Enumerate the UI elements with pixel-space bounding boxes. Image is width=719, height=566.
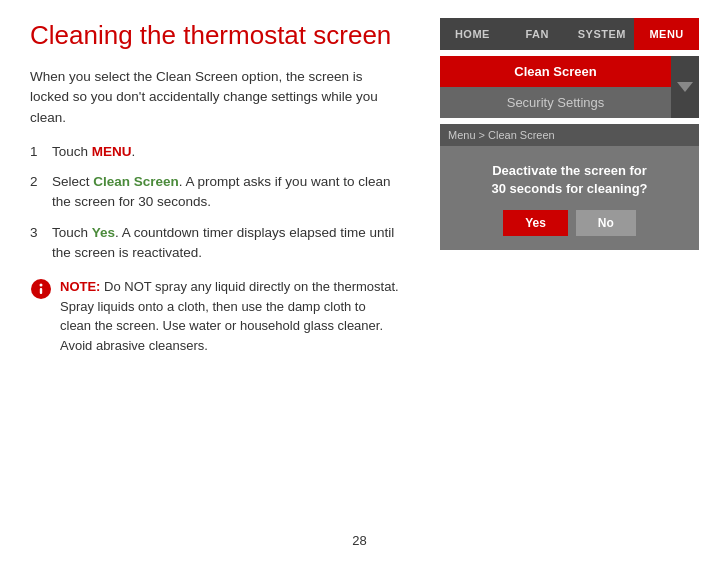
dialog-breadcrumb: Menu > Clean Screen: [440, 124, 699, 146]
nav-fan[interactable]: FAN: [505, 18, 570, 50]
dialog-message: Deactivate the screen for 30 seconds for…: [452, 162, 687, 198]
intro-paragraph: When you select the Clean Screen option,…: [30, 67, 400, 128]
step-number-3: 3: [30, 223, 52, 264]
step-body-1: Touch MENU.: [52, 142, 400, 162]
step-3: 3 Touch Yes. A countdown timer displays …: [30, 223, 400, 264]
nav-home[interactable]: HOME: [440, 18, 505, 50]
step-body-2: Select Clean Screen. A prompt asks if yo…: [52, 172, 400, 213]
menu-item-security-settings[interactable]: Security Settings: [440, 87, 671, 118]
note-label: NOTE:: [60, 279, 100, 294]
steps-list: 1 Touch MENU. 2 Select Clean Screen. A p…: [30, 142, 400, 263]
page-number: 28: [0, 533, 719, 548]
thermostat-ui: HOME FAN SYSTEM MENU Clean Screen Securi…: [430, 0, 719, 566]
step-1: 1 Touch MENU.: [30, 142, 400, 162]
note-icon: [30, 278, 52, 300]
step-number-2: 2: [30, 172, 52, 213]
nav-system[interactable]: SYSTEM: [570, 18, 635, 50]
step-number-1: 1: [30, 142, 52, 162]
nav-menu[interactable]: MENU: [634, 18, 699, 50]
step-2: 2 Select Clean Screen. A prompt asks if …: [30, 172, 400, 213]
dialog-body: Deactivate the screen for 30 seconds for…: [440, 146, 699, 250]
svg-point-1: [40, 284, 43, 287]
chevron-down-icon: [677, 82, 693, 92]
yes-highlight: Yes: [92, 225, 115, 240]
note-block: NOTE: Do NOT spray any liquid directly o…: [30, 277, 400, 355]
note-text: NOTE: Do NOT spray any liquid directly o…: [60, 277, 400, 355]
page-title: Cleaning the thermostat screen: [30, 20, 400, 51]
dialog-area: Menu > Clean Screen Deactivate the scree…: [440, 124, 699, 250]
dialog-message-line1: Deactivate the screen for: [492, 163, 647, 178]
menu-area: Clean Screen Security Settings: [440, 56, 699, 118]
dialog-no-button[interactable]: No: [576, 210, 636, 236]
dialog-yes-button[interactable]: Yes: [503, 210, 568, 236]
step-body-3: Touch Yes. A countdown timer displays el…: [52, 223, 400, 264]
clean-screen-highlight: Clean Screen: [93, 174, 179, 189]
svg-rect-2: [40, 288, 42, 294]
nav-bar: HOME FAN SYSTEM MENU: [440, 18, 699, 50]
dialog-buttons: Yes No: [452, 210, 687, 236]
note-body: Do NOT spray any liquid directly on the …: [60, 279, 399, 353]
scroll-down-button[interactable]: [671, 56, 699, 118]
menu-highlight-1: MENU: [92, 144, 132, 159]
dialog-message-line2: 30 seconds for cleaning?: [491, 181, 647, 196]
menu-item-clean-screen[interactable]: Clean Screen: [440, 56, 671, 87]
